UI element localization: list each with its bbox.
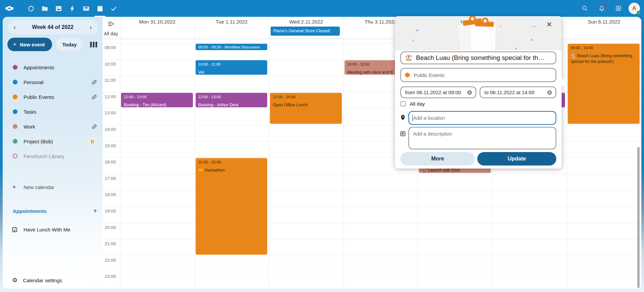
app-calendar-icon[interactable] xyxy=(93,0,107,17)
search-icon[interactable] xyxy=(578,0,592,17)
hour-label: 12:00 xyxy=(105,94,116,99)
sidebar-calendar-project-bob-[interactable]: Project (Bob)B xyxy=(3,134,103,149)
popup-buttons: More Update xyxy=(400,152,556,166)
sidebar-calendar-work[interactable]: Work xyxy=(3,119,103,134)
location-pin-icon xyxy=(399,114,406,121)
calendar-name: Project (Bob) xyxy=(24,139,53,144)
avatar[interactable]: A xyxy=(629,3,640,14)
notifications-bell-icon[interactable] xyxy=(595,0,608,17)
popup-illustration-header: … ✕ xyxy=(395,16,562,50)
appointment-item-have-lunch-with-me[interactable]: Have Lunch With Me xyxy=(3,223,103,236)
calendar-picker-select[interactable]: Public Events xyxy=(400,68,556,82)
beach-emoji-icon: 🏖️ xyxy=(405,54,412,62)
topbar-right: A xyxy=(578,0,640,17)
app-mail-icon[interactable] xyxy=(79,0,93,17)
all-day-event[interactable]: Pierre's General Store Closed! xyxy=(271,27,340,36)
app-activity-icon[interactable] xyxy=(66,0,79,17)
sidebar: ‹ Week 44 of 2022 › + New event Today Ap… xyxy=(3,17,103,289)
calendar-color-dot[interactable] xyxy=(13,154,17,158)
nextcloud-logo-icon[interactable] xyxy=(5,4,24,12)
add-appointment-config-button[interactable]: + xyxy=(93,207,97,215)
app-tasks-icon[interactable] xyxy=(107,0,121,17)
calendar-color-dot[interactable] xyxy=(13,139,17,144)
close-icon[interactable]: ✕ xyxy=(544,20,554,30)
day-header[interactable]: Wed 2.11.2022 xyxy=(269,18,344,26)
plus-icon: + xyxy=(12,183,18,191)
event-block[interactable]: 09:00 - 09:30 - Workflow Discussion xyxy=(196,44,268,50)
clipboard-illustration xyxy=(459,19,499,50)
new-event-button[interactable]: + New event xyxy=(7,38,52,51)
app-files-icon[interactable] xyxy=(38,0,52,17)
member-avatar-badge: B xyxy=(88,137,97,146)
event-block[interactable]: 10:00 - 11:00Vet xyxy=(196,60,268,75)
appointments-heading: Appointments xyxy=(13,208,93,214)
hour-label: 22:00 xyxy=(105,258,116,263)
sidebar-calendar-tasks[interactable]: Tasks xyxy=(3,104,103,119)
hour-label: 21:00 xyxy=(105,241,116,246)
checkbox-unchecked-icon xyxy=(401,101,406,106)
text-cursor xyxy=(412,115,413,121)
more-button[interactable]: More xyxy=(400,152,475,166)
calendar-color-dot[interactable] xyxy=(13,65,17,70)
calendar-name: Public Events xyxy=(24,94,54,100)
event-block[interactable]: 12:00 - 13:00Booking - Tim (Wizard) xyxy=(121,93,193,108)
notification-badge xyxy=(603,4,606,7)
sidebar-calendar-public-events[interactable]: Public Events xyxy=(3,89,103,104)
sidebar-calendar-fenchurch-library[interactable]: Fenchurch Library xyxy=(3,149,103,163)
more-options-icon[interactable]: … xyxy=(529,21,539,30)
collapse-all-day-icon[interactable] xyxy=(108,22,114,28)
event-editor-popup: … ✕ 🏖️ Beach Luau (Bring something speci… xyxy=(395,16,562,169)
location-input[interactable]: Add a location xyxy=(408,111,556,125)
app-dashboard-icon[interactable] xyxy=(24,0,38,17)
description-icon xyxy=(399,131,406,137)
shared-link-icon[interactable] xyxy=(91,94,97,100)
event-title-input[interactable]: 🏖️ Beach Luau (Bring something special f… xyxy=(400,51,556,64)
timezone-globe-icon xyxy=(547,90,552,95)
day-header[interactable]: Sun 6.11.2022 xyxy=(567,18,641,26)
all-day-checkbox[interactable]: All day xyxy=(401,101,425,107)
sidebar-calendar-appointments[interactable]: Appointments xyxy=(3,60,103,75)
sidebar-actions: + New event Today xyxy=(7,38,100,51)
previous-week-button[interactable]: ‹ xyxy=(9,22,20,33)
shared-link-icon[interactable] xyxy=(91,79,97,85)
hour-label: 18:00 xyxy=(105,192,116,197)
calendar-color-dot[interactable] xyxy=(13,95,17,99)
hour-label: 14:00 xyxy=(105,127,116,132)
calendar-color-dot xyxy=(405,73,410,77)
calendar-name: Personal xyxy=(24,79,43,85)
hour-label: 09:00 xyxy=(105,45,116,50)
calendar-color-dot[interactable] xyxy=(13,80,17,84)
event-block[interactable]: 16:00 - 22:00🤝 Hackathon xyxy=(196,158,268,255)
new-calendar-button[interactable]: + New calendar xyxy=(3,180,103,194)
week-title: Week 44 of 2022 xyxy=(32,24,73,30)
app-photos-icon[interactable] xyxy=(52,0,66,17)
calendar-name: Fenchurch Library xyxy=(24,153,64,159)
contacts-icon[interactable] xyxy=(612,0,625,17)
online-status-icon xyxy=(637,11,641,15)
timezone-globe-icon xyxy=(467,90,472,95)
calendar-name: Appointments xyxy=(24,65,54,70)
day-header[interactable]: Mon 31.10.2022 xyxy=(120,18,195,26)
scrollbar-thumb[interactable] xyxy=(637,147,640,288)
next-week-button[interactable]: › xyxy=(85,22,96,33)
event-block[interactable]: 12:00 - 14:00Open Office Lunch xyxy=(270,93,342,124)
end-datetime-field[interactable]: to 06.11.2022 at 14:00 xyxy=(480,86,556,98)
event-block[interactable]: 09:00 - 14:00🏖️ Beach Luau (Bring someth… xyxy=(568,44,640,124)
sidebar-calendar-personal[interactable]: Personal xyxy=(3,75,103,89)
plus-icon: + xyxy=(13,41,16,48)
calendar-color-dot[interactable] xyxy=(13,124,17,129)
event-block[interactable]: 12:00 - 13:00Booking - Arthur Dent xyxy=(196,93,268,108)
hour-label: 23:00 xyxy=(105,274,116,279)
day-header[interactable]: Tue 1.11.2022 xyxy=(195,18,269,26)
today-button[interactable]: Today xyxy=(56,38,83,51)
update-button[interactable]: Update xyxy=(477,152,556,166)
calendar-color-dot[interactable] xyxy=(13,109,17,114)
hour-label: 16:00 xyxy=(105,159,116,165)
description-input[interactable]: Add a description xyxy=(408,127,556,149)
start-datetime-field[interactable]: from 06.11.2022 at 09:00 xyxy=(400,86,476,98)
week-view-toggle-icon[interactable] xyxy=(87,38,99,50)
hour-label: 11:00 xyxy=(105,78,116,83)
shared-link-icon[interactable] xyxy=(91,124,97,130)
gear-icon: ⚙ xyxy=(12,277,17,284)
calendar-settings-button[interactable]: ⚙ Calendar settings xyxy=(3,273,102,287)
